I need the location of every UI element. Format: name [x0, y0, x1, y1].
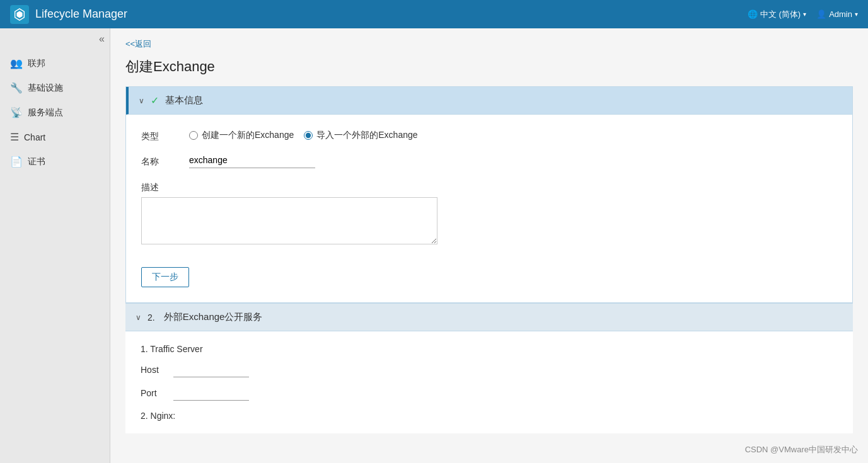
- sidebar-item-federation-label: 联邦: [28, 58, 45, 69]
- globe-icon: 🌐: [748, 9, 758, 19]
- section2-number: 2.: [148, 312, 155, 323]
- section1-chevron-icon: ∨: [139, 96, 144, 105]
- federation-icon: 👥: [10, 57, 23, 69]
- type-label: 类型: [141, 127, 179, 142]
- section1-check-icon: ✓: [151, 94, 159, 106]
- section1-title: 基本信息: [165, 94, 203, 106]
- sidebar: « 👥 联邦 🔧 基础设施 📡 服务端点 ☰ Chart 📄 证书: [0, 28, 110, 463]
- section2-title: 外部Exchange公开服务: [164, 311, 263, 323]
- next-step-button[interactable]: 下一步: [141, 267, 189, 287]
- sidebar-collapse-button[interactable]: «: [99, 33, 105, 45]
- name-label: 名称: [141, 152, 179, 168]
- sidebar-item-service-endpoints[interactable]: 📡 服务端点: [0, 100, 110, 125]
- body-layout: « 👥 联邦 🔧 基础设施 📡 服务端点 ☰ Chart 📄 证书: [0, 28, 868, 463]
- logo-icon: [13, 8, 26, 21]
- infrastructure-icon: 🔧: [10, 82, 23, 94]
- port-label: Port: [141, 388, 166, 398]
- port-input[interactable]: [173, 385, 249, 401]
- subsection1-title: 1. Traffic Server: [141, 344, 838, 354]
- host-label: Host: [141, 365, 166, 375]
- sidebar-item-federation[interactable]: 👥 联邦: [0, 51, 110, 76]
- service-endpoints-icon: 📡: [10, 106, 23, 118]
- type-radio-group: 创建一个新的Exchange 导入一个外部的Exchange: [189, 127, 418, 141]
- main-content: <<返回 创建Exchange ∨ ✓ 基本信息 类型 创建一个新的Exchan…: [110, 28, 868, 463]
- header-left: Lifecycle Manager: [10, 5, 127, 24]
- sidebar-item-infrastructure[interactable]: 🔧 基础设施: [0, 76, 110, 100]
- section2-header[interactable]: ∨ 2. 外部Exchange公开服务: [125, 303, 853, 331]
- back-link[interactable]: <<返回: [125, 38, 151, 50]
- section2-accordion: ∨ 2. 外部Exchange公开服务 1. Traffic Server Ho…: [125, 303, 853, 433]
- sidebar-item-certificate-label: 证书: [28, 156, 45, 168]
- subsection2-title: 2. Nginx:: [141, 411, 838, 421]
- name-input[interactable]: [189, 152, 315, 168]
- desc-label: 描述: [141, 178, 179, 193]
- radio-import-label: 导入一个外部的Exchange: [316, 130, 417, 141]
- radio-create-option[interactable]: 创建一个新的Exchange: [189, 130, 294, 141]
- user-chevron-icon: ▾: [855, 11, 858, 18]
- page-title: 创建Exchange: [125, 57, 853, 76]
- sidebar-item-chart[interactable]: ☰ Chart: [0, 125, 110, 149]
- certificate-icon: 📄: [10, 156, 23, 168]
- radio-create-input[interactable]: [189, 131, 198, 140]
- desc-row: 描述: [141, 178, 837, 244]
- radio-import-input[interactable]: [304, 131, 313, 140]
- host-input[interactable]: [173, 362, 249, 377]
- svg-marker-1: [16, 11, 22, 18]
- section1-header[interactable]: ∨ ✓ 基本信息: [126, 87, 852, 115]
- desc-textarea[interactable]: [141, 197, 437, 244]
- host-row: Host: [141, 362, 838, 377]
- name-row: 名称: [141, 152, 837, 168]
- section1-accordion: ∨ ✓ 基本信息 类型 创建一个新的Exchange 导入一个外部的: [125, 86, 853, 303]
- section2-chevron-icon: ∨: [136, 313, 141, 322]
- sidebar-item-chart-label: Chart: [24, 132, 45, 142]
- user-icon: 👤: [816, 9, 826, 19]
- app-title: Lifecycle Manager: [35, 8, 127, 21]
- lang-chevron-icon: ▾: [803, 11, 806, 18]
- header-right: 🌐 中文 (简体) ▾ 👤 Admin ▾: [748, 9, 858, 20]
- language-selector[interactable]: 🌐 中文 (简体) ▾: [748, 9, 806, 20]
- section1-body: 类型 创建一个新的Exchange 导入一个外部的Exchange: [126, 115, 852, 302]
- user-label: Admin: [829, 9, 852, 19]
- sidebar-item-infrastructure-label: 基础设施: [28, 83, 63, 94]
- app-header: Lifecycle Manager 🌐 中文 (简体) ▾ 👤 Admin ▾: [0, 0, 868, 28]
- sidebar-item-certificate[interactable]: 📄 证书: [0, 149, 110, 174]
- sidebar-item-service-endpoints-label: 服务端点: [28, 107, 63, 118]
- chart-icon: ☰: [10, 131, 19, 143]
- port-row: Port: [141, 385, 838, 401]
- radio-create-label: 创建一个新的Exchange: [202, 130, 294, 141]
- language-label: 中文 (简体): [760, 9, 801, 20]
- user-menu[interactable]: 👤 Admin ▾: [816, 9, 858, 19]
- section2-body: 1. Traffic Server Host Port 2. Nginx:: [125, 331, 853, 433]
- radio-import-option[interactable]: 导入一个外部的Exchange: [304, 130, 417, 141]
- type-row: 类型 创建一个新的Exchange 导入一个外部的Exchange: [141, 127, 837, 142]
- app-logo: [10, 5, 29, 24]
